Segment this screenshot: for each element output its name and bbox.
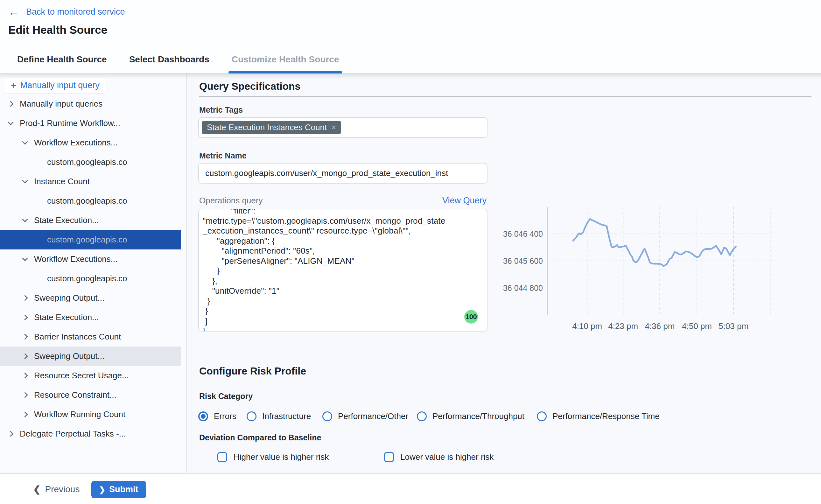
tree-item[interactable]: Workflow Running Count <box>0 405 181 424</box>
checkbox-icon <box>384 452 394 462</box>
edit-health-source-screen: ← Back to monitored service Edit Health … <box>0 0 821 504</box>
query-specifications-heading: Query Specifications <box>199 81 300 92</box>
chevron-down-icon <box>8 119 13 125</box>
add-manual-query-button[interactable]: + Manually input query <box>4 78 106 93</box>
tab-select-dashboards[interactable]: Select Dashboards <box>127 46 211 73</box>
chevron-right-icon <box>22 314 28 320</box>
tree-item[interactable]: Workflow Executions... <box>0 249 181 269</box>
tree-item[interactable]: Resource Constraint... <box>0 385 181 405</box>
char-count-badge: 100 <box>464 310 478 324</box>
metric-tags-label: Metric Tags <box>199 105 243 115</box>
chevron-right-icon <box>22 392 28 398</box>
chevron-down-icon <box>22 255 28 261</box>
tree-item[interactable]: Instance Count <box>0 172 181 191</box>
metric-chart-svg: 36 046 40036 045 60036 044 8004:10 pm4:2… <box>486 199 779 336</box>
previous-button[interactable]: ❮ Previous <box>33 474 80 504</box>
tree-item[interactable]: State Execution... <box>0 308 181 327</box>
svg-text:36 045 600: 36 045 600 <box>503 256 543 265</box>
checkbox-lower-value-higher-risk[interactable]: Lower value is higher risk <box>384 448 494 466</box>
deviation-checkbox-group: Higher value is higher risk Lower value … <box>187 448 821 466</box>
svg-text:4:50 pm: 4:50 pm <box>682 321 712 331</box>
section-divider <box>199 96 811 97</box>
radio-button-icon <box>198 411 208 421</box>
chevron-right-icon <box>22 295 28 301</box>
radio-performance-other[interactable]: Performance/Other <box>322 406 408 426</box>
view-query-link[interactable]: View Query <box>442 196 487 206</box>
query-tree: Manually input queries Prod-1 Runtime Wo… <box>0 94 187 444</box>
submit-button[interactable]: ❯ Submit <box>91 481 146 498</box>
content-area: + Manually input query Manually input qu… <box>0 73 821 473</box>
configure-risk-profile-heading: Configure Risk Profile <box>199 365 306 377</box>
deviation-baseline-label: Deviation Compared to Baseline <box>199 433 321 442</box>
chevron-right-icon <box>8 431 13 437</box>
tree-item[interactable]: Manually input queries <box>0 94 181 114</box>
chevron-down-icon <box>22 139 28 144</box>
svg-text:4:10 pm: 4:10 pm <box>572 321 602 331</box>
tree-item[interactable]: Barrier Instances Count <box>0 327 181 347</box>
metric-tags-input[interactable]: State Execution Instances Count × <box>198 117 488 138</box>
query-tree-sidebar: + Manually input query Manually input qu… <box>0 73 187 473</box>
chevron-right-icon <box>22 353 28 359</box>
radio-button-icon <box>537 411 547 421</box>
wizard-tab-bar: Define Health Source Select Dashboards C… <box>0 46 821 73</box>
svg-text:36 046 400: 36 046 400 <box>503 229 543 238</box>
radio-button-icon <box>417 411 427 421</box>
svg-text:4:23 pm: 4:23 pm <box>608 321 638 331</box>
svg-text:4:36 pm: 4:36 pm <box>645 321 675 331</box>
plus-icon: + <box>11 81 17 90</box>
metric-tag-chip[interactable]: State Execution Instances Count × <box>202 121 341 134</box>
tab-customize-health-source[interactable]: Customize Health Source <box>230 46 341 73</box>
tree-item[interactable]: Delegate Perpetual Tasks -... <box>0 424 181 444</box>
back-arrow-icon: ← <box>8 6 19 17</box>
svg-text:5:03 pm: 5:03 pm <box>719 321 748 331</box>
chevron-left-icon: ❮ <box>33 484 40 494</box>
checkbox-higher-value-higher-risk[interactable]: Higher value is higher risk <box>217 448 329 466</box>
operations-query-textarea[interactable]: "filter": "metric.type=\"custom.googleap… <box>198 209 488 332</box>
chevron-down-icon <box>22 216 28 222</box>
operations-query-text: "filter": "metric.type=\"custom.googleap… <box>199 209 487 332</box>
tree-item[interactable]: Sweeping Output... <box>0 347 181 366</box>
radio-performance-throughput[interactable]: Performance/Throughput <box>417 406 524 426</box>
radio-button-icon <box>322 411 332 421</box>
radio-errors[interactable]: Errors <box>198 406 236 426</box>
tab-define-health-source[interactable]: Define Health Source <box>15 46 109 73</box>
chevron-down-icon <box>22 178 28 183</box>
risk-category-radio-group: Errors Infrastructure Performance/Other … <box>187 406 821 426</box>
chevron-right-icon <box>22 334 28 339</box>
chevron-right-icon <box>22 411 28 417</box>
risk-category-label: Risk Category <box>199 392 253 401</box>
back-link[interactable]: ← Back to monitored service <box>8 6 125 17</box>
chevron-right-icon <box>22 373 28 378</box>
top-header: ← Back to monitored service Edit Health … <box>0 0 821 46</box>
metric-preview-chart: 36 046 40036 045 60036 044 8004:10 pm4:2… <box>486 199 779 336</box>
metric-tag-chip-label: State Execution Instances Count <box>207 123 327 132</box>
radio-infrastructure[interactable]: Infrastructure <box>247 406 311 426</box>
tree-item[interactable]: State Execution... <box>0 211 181 230</box>
metric-name-label: Metric Name <box>199 151 247 160</box>
section-divider <box>199 385 811 385</box>
tree-item[interactable]: Sweeping Output... <box>0 288 181 308</box>
tree-item[interactable]: custom.googleapis.co <box>0 152 181 172</box>
tree-item[interactable]: custom.googleapis.co <box>0 269 181 288</box>
operations-query-label: Operations query <box>199 196 263 206</box>
svg-text:36 044 800: 36 044 800 <box>503 283 543 292</box>
metric-name-field[interactable]: custom.googleapis.com/user/x_mongo_prod_… <box>198 163 488 184</box>
chevron-right-icon: ❯ <box>99 485 105 494</box>
radio-performance-response-time[interactable]: Performance/Response Time <box>537 406 660 426</box>
tree-item[interactable]: Resource Secret Usage... <box>0 366 181 385</box>
footer-bar: ❮ Previous ❯ Submit <box>0 473 821 504</box>
checkbox-icon <box>217 452 227 462</box>
main-panel: Query Specifications Metric Tags State E… <box>187 73 821 473</box>
page-title: Edit Health Source <box>8 24 107 36</box>
tree-item-selected[interactable]: custom.googleapis.co <box>0 230 181 249</box>
tree-item[interactable]: custom.googleapis.co <box>0 191 181 211</box>
radio-button-icon <box>247 411 256 421</box>
operations-query-row: Operations query View Query <box>199 196 487 206</box>
chevron-right-icon <box>8 101 13 107</box>
remove-tag-icon[interactable]: × <box>331 123 336 132</box>
tree-item[interactable]: Prod-1 Runtime Workflow... <box>0 114 181 133</box>
tree-item[interactable]: Workflow Executions... <box>0 133 181 152</box>
back-link-label: Back to monitored service <box>26 7 125 17</box>
